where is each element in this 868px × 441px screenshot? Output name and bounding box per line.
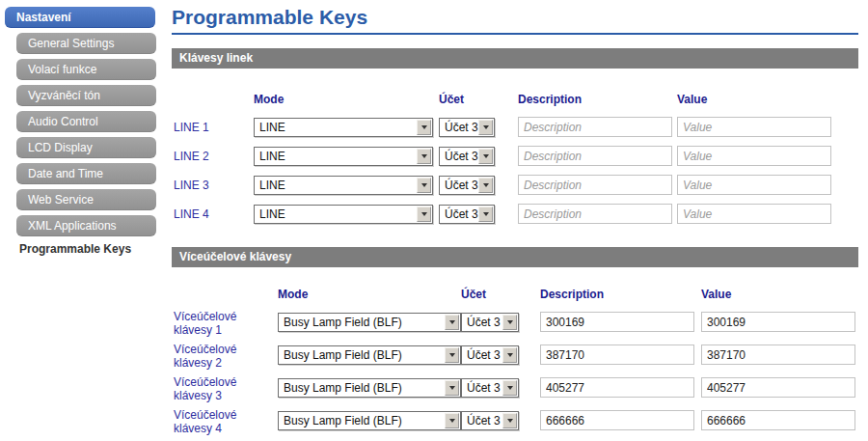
mode-select[interactable]: Busy Lamp Field (BLF) [278, 313, 461, 332]
value-input[interactable] [677, 117, 831, 137]
column-header-account: Účet [439, 93, 464, 106]
mode-select[interactable]: LINE [254, 176, 433, 195]
row-label: LINE 3 [174, 179, 209, 192]
account-select[interactable]: Účet 3 [439, 118, 495, 137]
mode-select-value: LINE [259, 150, 285, 163]
triangle-down-icon [421, 183, 427, 187]
account-select-value: Účet 3 [467, 316, 501, 329]
description-input[interactable] [540, 377, 694, 398]
sidebar-item-general-settings[interactable]: General Settings [16, 33, 156, 54]
sidebar-item-xml-applications[interactable]: XML Applications [16, 215, 156, 236]
value-input[interactable] [701, 345, 855, 365]
triangle-down-icon [421, 125, 427, 129]
triangle-down-icon [421, 154, 427, 158]
mode-select[interactable]: Busy Lamp Field (BLF) [278, 411, 461, 430]
value-input[interactable] [701, 312, 855, 332]
description-input[interactable] [518, 175, 672, 195]
triangle-down-icon [507, 353, 513, 357]
triangle-down-icon [483, 154, 489, 158]
mode-select-value: LINE [259, 207, 285, 221]
account-select[interactable]: Účet 3 [461, 313, 519, 332]
triangle-down-icon [421, 212, 427, 216]
value-input[interactable] [677, 175, 831, 195]
account-select-value: Účet 3 [445, 150, 478, 163]
sidebar-item-audio-control[interactable]: Audio Control [16, 111, 156, 132]
account-select-value: Účet 3 [445, 207, 478, 221]
row-label: Víceúčelové klávesy 2 [174, 343, 270, 370]
account-select-value: Účet 3 [445, 121, 478, 134]
mode-select[interactable]: LINE [254, 205, 433, 224]
sidebar-item-web-service[interactable]: Web Service [16, 189, 156, 210]
dropdown-arrow-icon[interactable] [417, 120, 431, 135]
triangle-down-icon [507, 320, 513, 324]
dropdown-arrow-icon[interactable] [445, 413, 459, 428]
mode-select-value: Busy Lamp Field (BLF) [284, 414, 402, 427]
account-select[interactable]: Účet 3 [461, 378, 519, 398]
mode-select-value: LINE [259, 121, 285, 134]
account-select[interactable]: Účet 3 [461, 345, 519, 365]
description-input[interactable] [518, 204, 672, 224]
dropdown-arrow-icon[interactable] [502, 315, 517, 330]
column-header-account: Účet [461, 288, 486, 301]
dropdown-arrow-icon[interactable] [478, 149, 493, 164]
triangle-down-icon [449, 353, 455, 357]
triangle-down-icon [483, 212, 489, 216]
account-select-value: Účet 3 [467, 414, 501, 427]
mode-select-value: LINE [259, 179, 285, 192]
page-title: Programmable Keys [172, 6, 858, 35]
account-select[interactable]: Účet 3 [461, 411, 519, 430]
triangle-down-icon [449, 320, 455, 324]
dropdown-arrow-icon[interactable] [502, 347, 517, 363]
description-input[interactable] [540, 345, 694, 365]
description-input[interactable] [540, 312, 694, 332]
main-content: Programmable Keys Klávesy linek Mode Úče… [172, 0, 858, 441]
mode-select-value: Busy Lamp Field (BLF) [284, 348, 402, 362]
section-header-klavesy-linek: Klávesy linek [172, 48, 858, 69]
row-label: LINE 1 [174, 121, 209, 134]
page: Nastavení General Settings Volací funkce… [0, 0, 868, 441]
sidebar-item-vyzvaneci-ton[interactable]: Vyzváněcí tón [16, 85, 156, 106]
sidebar-item-date-and-time[interactable]: Date and Time [16, 163, 156, 184]
account-select[interactable]: Účet 3 [439, 176, 495, 195]
section-header-viceucelove-klavesy: Víceúčelové klávesy [172, 247, 858, 267]
column-header-value: Value [677, 93, 707, 106]
mode-select-value: Busy Lamp Field (BLF) [284, 381, 402, 395]
triangle-down-icon [449, 386, 455, 390]
column-header-value: Value [701, 288, 731, 301]
value-input[interactable] [701, 410, 855, 430]
dropdown-arrow-icon[interactable] [417, 207, 431, 222]
mode-select[interactable]: LINE [254, 118, 433, 137]
account-select[interactable]: Účet 3 [439, 205, 495, 224]
value-input[interactable] [677, 204, 831, 224]
mode-select[interactable]: Busy Lamp Field (BLF) [278, 378, 461, 398]
dropdown-arrow-icon[interactable] [417, 178, 431, 193]
row-label: Víceúčelové klávesy 4 [174, 408, 270, 435]
dropdown-arrow-icon[interactable] [478, 178, 493, 193]
dropdown-arrow-icon[interactable] [445, 380, 459, 396]
sidebar-item-programmable-keys[interactable]: Programmable Keys [19, 241, 157, 257]
description-input[interactable] [518, 117, 672, 137]
dropdown-arrow-icon[interactable] [502, 413, 517, 428]
triangle-down-icon [507, 386, 513, 390]
account-select-value: Účet 3 [467, 348, 501, 362]
row-label: Víceúčelové klávesy 3 [174, 375, 270, 402]
sidebar-item-volaci-funkce[interactable]: Volací funkce [16, 59, 156, 80]
description-input[interactable] [540, 410, 694, 430]
dropdown-arrow-icon[interactable] [445, 347, 459, 363]
dropdown-arrow-icon[interactable] [478, 120, 493, 135]
dropdown-arrow-icon[interactable] [478, 207, 493, 222]
sidebar-header-nastaveni[interactable]: Nastavení [5, 7, 155, 28]
sidebar-item-lcd-display[interactable]: LCD Display [16, 137, 156, 158]
dropdown-arrow-icon[interactable] [502, 380, 517, 396]
description-input[interactable] [518, 146, 672, 166]
triangle-down-icon [507, 419, 513, 423]
value-input[interactable] [701, 377, 855, 398]
sidebar: Nastavení General Settings Volací funkce… [0, 7, 157, 257]
account-select[interactable]: Účet 3 [439, 147, 495, 166]
dropdown-arrow-icon[interactable] [417, 149, 431, 164]
value-input[interactable] [677, 146, 831, 166]
mode-select[interactable]: Busy Lamp Field (BLF) [278, 345, 461, 365]
mode-select[interactable]: LINE [254, 147, 433, 166]
dropdown-arrow-icon[interactable] [445, 315, 459, 330]
row-label: Víceúčelové klávesy 1 [174, 310, 270, 337]
